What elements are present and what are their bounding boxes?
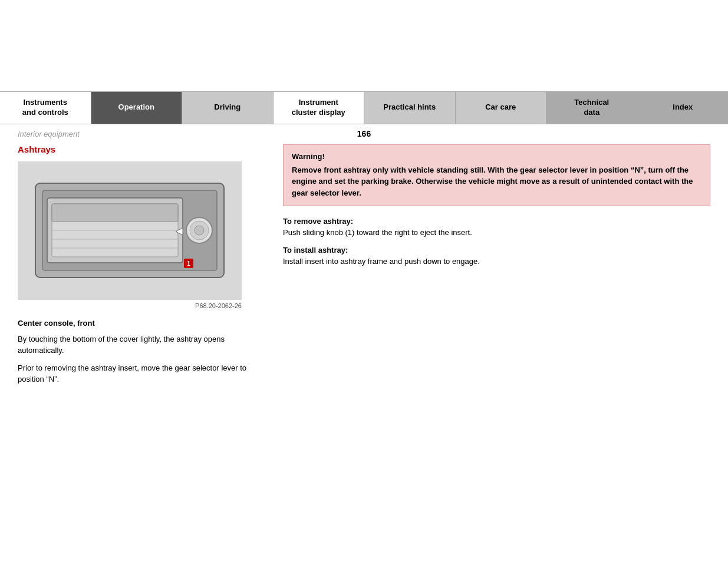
navigation-bar: Instruments and controls Operation Drivi… — [0, 91, 728, 124]
left-column: Ashtrays — [18, 144, 259, 391]
remove-label: To remove ashtray: — [283, 217, 710, 226]
nav-item-car-care[interactable]: Car care — [456, 92, 547, 124]
install-instruction: To install ashtray: Install insert into … — [283, 246, 710, 267]
page-header: Interior equipment 166 — [18, 124, 710, 144]
nav-item-cluster[interactable]: Instrument cluster display — [274, 92, 365, 124]
right-column: Warning! Remove front ashtray only with … — [283, 144, 710, 391]
remove-instruction: To remove ashtray: Push sliding knob (1)… — [283, 217, 710, 239]
warning-text: Remove front ashtray only with vehicle s… — [292, 164, 701, 199]
figure-caption: P68.20-2062-26 — [18, 302, 242, 309]
main-content: Ashtrays — [18, 144, 710, 391]
nav-item-operation[interactable]: Operation — [91, 92, 183, 124]
install-text: Install insert into ashtray frame and pu… — [283, 256, 710, 267]
svg-rect-4 — [52, 204, 178, 222]
ashtray-svg: 1 — [29, 171, 230, 289]
body-text-1: By touching the bottom of the cover ligh… — [18, 333, 259, 356]
ashtray-illustration: 1 — [18, 161, 242, 300]
nav-item-driving[interactable]: Driving — [182, 92, 274, 124]
console-heading: Center console, front — [18, 319, 259, 328]
warning-box: Warning! Remove front ashtray only with … — [283, 144, 710, 207]
install-label: To install ashtray: — [283, 246, 710, 254]
page-number: 166 — [249, 129, 480, 138]
nav-item-technical-data[interactable]: Technical data — [546, 92, 638, 124]
remove-text: Push sliding knob (1) toward the right t… — [283, 227, 710, 239]
warning-title: Warning! — [292, 152, 701, 161]
svg-point-7 — [195, 226, 204, 235]
nav-item-instruments[interactable]: Instruments and controls — [0, 92, 91, 124]
svg-text:1: 1 — [187, 260, 190, 267]
content-area: Interior equipment 166 Ashtrays — [0, 124, 728, 391]
body-text-2: Prior to removing the ashtray insert, mo… — [18, 362, 259, 385]
ashtrays-title: Ashtrays — [18, 144, 259, 154]
nav-item-index[interactable]: Index — [638, 92, 729, 124]
section-label: Interior equipment — [18, 130, 249, 138]
nav-item-practical-hints[interactable]: Practical hints — [364, 92, 456, 124]
